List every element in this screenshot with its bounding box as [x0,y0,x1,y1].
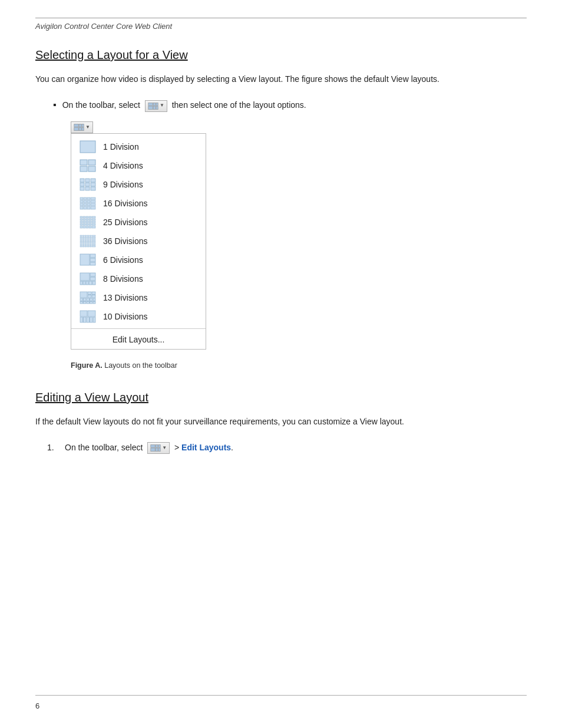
layout-label-36: 36 Divisions [103,236,147,246]
svg-rect-105 [90,258,95,262]
layout-panel-top-btn[interactable]: ▼ [71,121,93,133]
svg-rect-114 [92,281,95,285]
svg-rect-136 [93,317,95,322]
svg-rect-102 [92,245,95,247]
svg-rect-106 [90,262,95,265]
svg-rect-68 [82,235,84,237]
layout-icon-10 [80,310,96,323]
svg-rect-62 [80,226,82,228]
section1-title: Selecting a Layout for a View [35,48,527,62]
dropdown-arrow-step1-icon: ▼ [162,444,167,452]
svg-rect-88 [87,241,89,243]
layout-item-4[interactable]: 4 Divisions [71,156,206,175]
svg-rect-49 [86,219,88,220]
layout-item-1[interactable]: 1 Division [71,137,206,156]
svg-rect-133 [84,317,87,322]
svg-rect-45 [89,216,91,218]
svg-rect-81 [85,239,87,241]
layout-icon-6 [80,253,96,266]
layout-label-1: 1 Division [103,142,139,151]
svg-rect-42 [80,216,82,218]
svg-rect-46 [92,216,95,218]
layout-item-16[interactable]: 16 Divisions [71,194,206,213]
svg-rect-120 [80,298,83,301]
svg-rect-55 [89,221,91,223]
layout-item-36[interactable]: 36 Divisions [71,232,206,251]
svg-rect-53 [83,221,85,223]
svg-rect-113 [89,281,92,285]
toolbar-layout-button-step1[interactable]: ▼ [147,442,170,454]
svg-rect-43 [83,216,85,218]
svg-rect-30 [80,200,83,203]
svg-rect-86 [82,241,84,243]
svg-rect-104 [90,254,95,258]
svg-rect-36 [87,203,90,206]
svg-rect-18 [85,179,90,182]
svg-rect-27 [84,197,87,200]
layout-icon-8 [80,272,96,285]
layout-item-10[interactable]: 10 Divisions [71,307,206,326]
svg-rect-116 [88,292,91,295]
layout-item-13[interactable]: 13 Divisions [71,288,206,307]
svg-rect-39 [84,206,87,209]
svg-rect-59 [86,223,88,225]
svg-rect-142 [158,448,160,452]
step1-text-before: On the toolbar, select [65,443,143,452]
svg-rect-25 [91,187,95,190]
toolbar-layout-button-inline[interactable]: ▼ [145,100,167,112]
svg-rect-134 [87,317,90,322]
svg-rect-66 [92,226,95,228]
svg-rect-126 [84,301,87,304]
section2-description: If the default View layouts do not fit y… [35,415,527,428]
layout-item-6[interactable]: 6 Divisions [71,251,206,269]
bullet-text-before: On the toolbar, select [62,100,140,110]
layout-label-4: 4 Divisions [103,161,143,170]
svg-rect-117 [92,292,95,295]
dropdown-arrow-panel-icon: ▼ [85,124,90,130]
layout-label-13: 13 Divisions [103,293,147,302]
svg-rect-122 [87,298,90,301]
svg-rect-54 [86,221,88,223]
figure-caption-bold: Figure A. [71,361,103,370]
svg-rect-127 [87,301,90,304]
svg-rect-34 [80,203,83,206]
svg-rect-32 [87,200,90,203]
layout-item-25[interactable]: 25 Divisions [71,213,206,232]
svg-rect-137 [151,445,155,448]
svg-rect-121 [84,298,87,301]
svg-rect-72 [92,235,95,237]
layout-item-8[interactable]: 8 Divisions [71,269,206,288]
svg-rect-58 [83,223,85,225]
section2-title: Editing a View Layout [35,391,527,404]
svg-rect-52 [80,221,82,223]
svg-rect-35 [84,203,87,206]
svg-rect-87 [85,241,87,243]
svg-rect-10 [79,127,81,131]
edit-layouts-item[interactable]: Edit Layouts... [71,331,206,345]
svg-rect-135 [90,317,93,322]
svg-rect-128 [90,301,93,304]
page: Avigilon Control Center Core Web Client … [0,0,562,728]
layout-label-16: 16 Divisions [103,199,147,208]
svg-rect-109 [90,277,95,281]
svg-rect-101 [90,245,91,247]
svg-rect-99 [85,245,87,247]
svg-rect-2 [156,103,158,106]
svg-rect-11 [82,127,84,131]
svg-rect-84 [92,239,95,241]
svg-rect-75 [85,237,87,239]
layout-item-9[interactable]: 9 Divisions [71,175,206,194]
svg-rect-17 [80,179,84,182]
svg-rect-0 [148,103,153,106]
svg-rect-131 [88,311,95,317]
svg-rect-56 [92,221,95,223]
svg-rect-67 [80,235,82,237]
dropdown-arrow-icon: ▼ [160,102,164,110]
svg-rect-28 [87,197,90,200]
step-number-1: 1. [47,441,59,454]
edit-layouts-link[interactable]: Edit Layouts [181,443,231,452]
panel-divider [71,328,206,329]
svg-rect-19 [91,179,95,182]
svg-rect-12 [80,141,95,153]
svg-rect-51 [92,219,95,220]
